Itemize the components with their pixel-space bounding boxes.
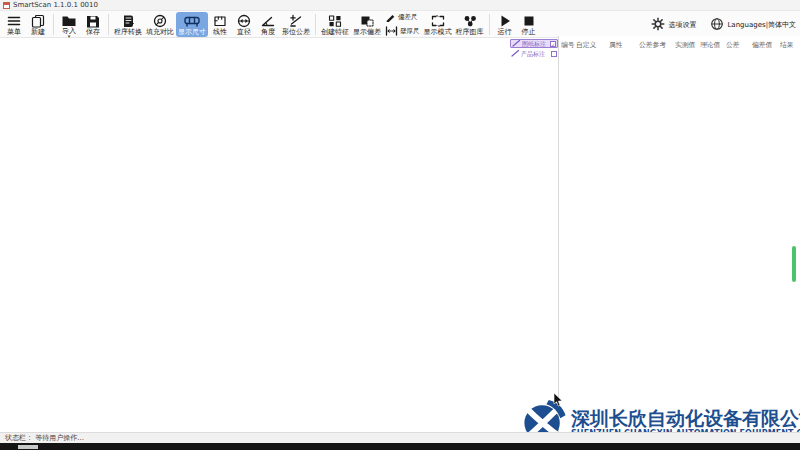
- annotation-pen-icon: [511, 49, 520, 58]
- toolbar-button-angle[interactable]: 角度: [256, 12, 280, 37]
- toolbar-button-label: 程序转换: [114, 29, 142, 36]
- show-deviation-icon: [359, 13, 375, 28]
- results-panel: 编号自定义属性公差参考实测值理论值公差偏差值结果: [559, 36, 800, 432]
- toolbar-button-menu[interactable]: 菜单: [2, 12, 26, 37]
- toolbar-button-display-mode[interactable]: 显示模式: [422, 12, 454, 37]
- layer-checkbox[interactable]: ✓: [550, 41, 556, 47]
- angle-icon: [260, 13, 276, 28]
- app-window-icon: [3, 2, 10, 9]
- toolbar-button-diameter[interactable]: 直径: [232, 12, 256, 37]
- toolbar-button-label: 程序图库: [456, 29, 484, 36]
- toolbar-button-label: 显示尺寸: [178, 29, 206, 36]
- toolbar-button-create-feature[interactable]: 创建特征: [319, 12, 351, 37]
- layer-checkbox[interactable]: [551, 51, 557, 57]
- smartscan-window: SmartScan 1.1.0.1 0010 菜单新建导入▾保存程序转换填充对比…: [0, 0, 800, 450]
- fill-compare-icon: [152, 13, 168, 28]
- caliper-icon: [183, 13, 201, 28]
- toolbar-button-geo-tolerance[interactable]: 形位公差: [280, 12, 312, 37]
- toolbar-button-label: 停止: [522, 29, 536, 36]
- toolbar-divider: [108, 14, 109, 35]
- column-header-6[interactable]: 理论值: [700, 40, 726, 50]
- toolbar-button-label: 显示模式: [424, 29, 452, 36]
- toolbar-divider: [315, 14, 316, 35]
- mouse-cursor: [553, 392, 563, 411]
- taskbar-strip: [0, 443, 800, 450]
- toolbar-button-label: 新建: [31, 29, 45, 36]
- annotation-pen-icon: [512, 39, 521, 48]
- toolbar-button-label: 创建特征: [321, 29, 349, 36]
- menu-icon: [6, 13, 22, 28]
- toolbar-stack: 偏差尺壁厚尺: [383, 12, 422, 37]
- toolbar-button-label: 线性: [213, 29, 227, 36]
- toolbar-button-label: 运行: [498, 29, 512, 36]
- create-feature-icon: [327, 13, 343, 28]
- column-header-1[interactable]: 编号: [561, 40, 576, 50]
- toolbar-button-label: 保存: [86, 29, 100, 36]
- language-label: Languages|简体中文: [727, 20, 796, 30]
- language-selector[interactable]: Languages|简体中文: [710, 17, 796, 33]
- layer-toggle-1[interactable]: 图纸标注✓: [510, 39, 558, 48]
- status-text: 状态栏： 等待用户操作...: [5, 435, 84, 442]
- column-header-5[interactable]: 实测值: [675, 40, 700, 50]
- save-icon: [85, 13, 101, 28]
- column-header-3[interactable]: 属性: [609, 40, 639, 50]
- toolbar-button-fill-compare[interactable]: 填充对比: [144, 12, 176, 37]
- folder-icon: [61, 13, 77, 27]
- company-name-cn: 深圳长欣自动化设备有限公司: [571, 408, 800, 429]
- window-title: SmartScan 1.1.0.1 0010: [13, 2, 98, 9]
- toolbar-button-import[interactable]: 导入▾: [57, 12, 81, 37]
- toolbar-button-stop[interactable]: 停止: [517, 12, 541, 37]
- layer-toggle-2[interactable]: 产品标注: [510, 49, 558, 58]
- column-header-4[interactable]: 公差参考: [639, 40, 675, 50]
- annotation-layer-toggles: 图纸标注✓产品标注: [510, 39, 558, 58]
- layer-toggle-label: 图纸标注: [522, 41, 549, 47]
- toolbar-divider: [53, 14, 54, 35]
- toolbar-button-save[interactable]: 保存: [81, 12, 105, 37]
- toolbar-button-linear[interactable]: 线性: [208, 12, 232, 37]
- toolbar: 菜单新建导入▾保存程序转换填充对比显示尺寸线性直径角度形位公差创建特征显示偏差偏…: [0, 11, 800, 38]
- toolbar-button-label: 填充对比: [146, 29, 174, 36]
- toolbar-divider: [489, 14, 490, 35]
- toolbar-button-wall-thickness-ruler[interactable]: 壁厚尺: [385, 26, 420, 38]
- toolbar-button-label: 形位公差: [282, 29, 310, 36]
- toolbar-button-label: 角度: [261, 29, 275, 36]
- geo-tolerance-icon: [288, 13, 304, 28]
- toolbar-button-show-dimensions[interactable]: 显示尺寸: [176, 12, 208, 37]
- toolbar-button-program-library[interactable]: 程序图库: [454, 12, 486, 37]
- toolbar-button-label: 偏差尺: [398, 13, 418, 22]
- toolbar-button-deviation-ruler[interactable]: 偏差尺: [385, 12, 420, 24]
- column-header-9[interactable]: 结果: [780, 40, 798, 50]
- program-convert-icon: [120, 13, 136, 28]
- layer-toggle-label: 产品标注: [521, 51, 550, 57]
- run-icon: [497, 13, 513, 28]
- diameter-icon: [236, 13, 252, 28]
- taskbar-item: [18, 445, 38, 449]
- toolbar-groups: 菜单新建导入▾保存程序转换填充对比显示尺寸线性直径角度形位公差创建特征显示偏差偏…: [2, 12, 541, 37]
- toolbar-button-new[interactable]: 新建: [26, 12, 50, 37]
- options-settings-label: 选项设置: [668, 20, 696, 30]
- toolbar-button-run[interactable]: 运行: [493, 12, 517, 37]
- display-mode-icon: [430, 13, 446, 28]
- measurement-canvas[interactable]: [0, 38, 558, 432]
- gear-icon: [651, 17, 665, 33]
- right-scrollbar-thumb[interactable]: [792, 246, 796, 282]
- linear-icon: [212, 13, 228, 28]
- pencil-icon: [385, 12, 396, 24]
- column-header-8[interactable]: 偏差值: [752, 40, 780, 50]
- globe-icon: [710, 17, 724, 33]
- program-library-icon: [462, 13, 478, 28]
- toolbar-button-label: 菜单: [7, 29, 21, 36]
- column-header-2[interactable]: 自定义: [576, 40, 609, 50]
- stop-icon: [521, 13, 537, 28]
- new-doc-icon: [30, 13, 46, 28]
- toolbar-right: 选项设置 Languages|简体中文: [651, 12, 796, 37]
- title-bar: SmartScan 1.1.0.1 0010: [0, 0, 800, 11]
- options-settings-button[interactable]: 选项设置: [651, 17, 696, 33]
- toolbar-button-program-convert[interactable]: 程序转换: [112, 12, 144, 37]
- toolbar-button-label: 显示偏差: [353, 29, 381, 36]
- toolbar-button-show-deviation[interactable]: 显示偏差: [351, 12, 383, 37]
- column-header-7[interactable]: 公差: [726, 40, 752, 50]
- wall-thickness-icon: [385, 26, 398, 38]
- toolbar-button-label: 直径: [237, 29, 251, 36]
- results-table-header: 编号自定义属性公差参考实测值理论值公差偏差值结果: [559, 36, 800, 50]
